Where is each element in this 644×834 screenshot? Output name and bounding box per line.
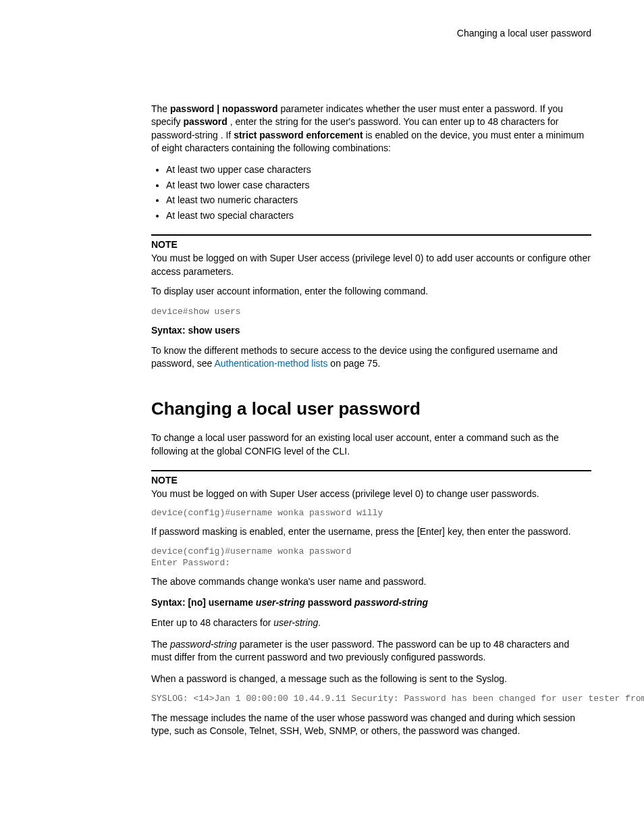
note-divider	[151, 234, 591, 236]
intro-paragraph: The password | nopassword parameter indi…	[151, 103, 591, 155]
text: Syntax: [no] username	[151, 597, 256, 608]
syntax-show-users: Syntax: show users	[151, 324, 591, 338]
auth-method-link[interactable]: Authentication-method lists	[214, 358, 327, 369]
user-string-ital: user-string	[273, 617, 318, 628]
list-item: At least two numeric characters	[166, 194, 591, 207]
code-syslog: SYSLOG: <14>Jan 1 00:00:00 10.44.9.11 Se…	[151, 694, 591, 704]
note-label: NOTE	[151, 474, 591, 488]
final-message: The message includes the name of the use…	[151, 712, 591, 738]
syntax-user-string: user-string	[256, 597, 305, 608]
text: on page 75.	[327, 358, 380, 369]
note-text: You must be logged on with Super User ac…	[151, 252, 591, 278]
note-text: You must be logged on with Super User ac…	[151, 488, 591, 501]
enter-chars-text: Enter up to 48 characters for user-strin…	[151, 617, 591, 630]
list-item: At least two special characters	[166, 209, 591, 223]
running-header: Changing a local user password	[151, 27, 591, 41]
note-divider	[151, 470, 591, 471]
list-item: At least two upper case characters	[166, 163, 591, 177]
code-show-users: device#show users	[151, 307, 591, 317]
methods-paragraph: To know the different methods to secure …	[151, 344, 591, 371]
syntax-username: Syntax: [no] username user-string passwo…	[151, 596, 591, 610]
param-strict-enforcement: strict password enforcement	[234, 130, 363, 140]
change-intro: To change a local user password for an e…	[151, 432, 591, 458]
text: .	[318, 617, 321, 628]
display-command-intro: To display user account information, ent…	[151, 285, 591, 298]
requirements-list: At least two upper case characters At le…	[151, 163, 591, 222]
masking-text: If password masking is enabled, enter th…	[151, 525, 591, 539]
syntax-password-string: password-string	[354, 597, 428, 608]
list-item: At least two lower case characters	[166, 179, 591, 192]
text: The	[151, 639, 170, 650]
note-label: NOTE	[151, 238, 591, 252]
text: The	[151, 103, 170, 114]
syslog-intro: When a password is changed, a message su…	[151, 673, 591, 686]
section-heading: Changing a local user password	[151, 396, 591, 421]
above-commands-text: The above commands change wonka's user n…	[151, 575, 591, 589]
text: password	[305, 597, 354, 608]
param-password-nopassword: password | nopassword	[170, 103, 278, 114]
param-password: password	[183, 116, 227, 127]
code-enter-password: device(config)#username wonka password E…	[151, 546, 591, 569]
text: Enter up to 48 characters for	[151, 617, 273, 628]
password-string-ital: password-string	[170, 639, 237, 650]
code-username-password: device(config)#username wonka password w…	[151, 508, 591, 519]
password-string-param-text: The password-string parameter is the use…	[151, 638, 591, 664]
